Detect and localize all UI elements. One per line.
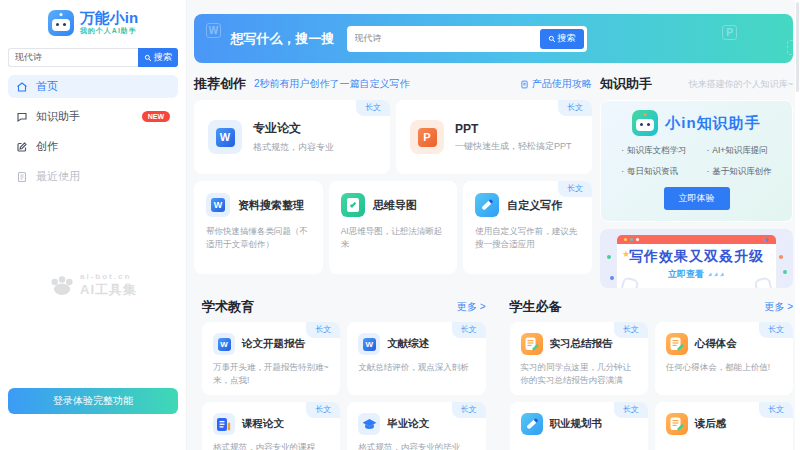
sidebar-search-input[interactable] — [8, 48, 138, 67]
app-logo-text: 万能小in 我的个人AI助手 — [80, 10, 138, 37]
upgrade-promo-banner[interactable]: 写作效果又双叒升级 立即查看 ★ ★ — [600, 229, 793, 288]
knowledge-card-header: 小in知识助手 — [632, 110, 760, 136]
app-logo: 万能小in 我的个人AI助手 — [0, 10, 186, 36]
confetti-dot — [783, 270, 787, 274]
sidebar: 万能小in 我的个人AI助手 搜索 首页 知识助手 NEW 创 — [0, 0, 187, 450]
sidebar-item-knowledge-assistant[interactable]: 知识助手 NEW — [8, 105, 178, 128]
card-title: 思维导图 — [373, 198, 417, 213]
promo-cta: 立即查看 — [617, 268, 776, 281]
sidebar-item-home[interactable]: 首页 — [8, 75, 178, 98]
knowledge-feature: 基于知识库创作 — [707, 166, 772, 178]
section-academic: 学术教育 更多 > 长文 W 论文开题报告 万事开头难，开题报告特别难~来，点我… — [202, 299, 486, 450]
sidebar-search: 搜索 — [8, 48, 178, 67]
card-title: 职业规划书 — [550, 417, 603, 431]
arrows-icon — [707, 271, 725, 278]
guide-doc-icon — [520, 80, 529, 89]
word-icon: W — [208, 120, 242, 154]
sidebar-item-create[interactable]: 创作 — [8, 135, 178, 158]
card-desc: 万事开头难，开题报告特别难~来，点我! — [213, 361, 331, 387]
hero-search-input[interactable] — [355, 34, 540, 44]
long-text-badge: 长文 — [452, 402, 486, 418]
card-title: 专业论文 — [253, 120, 334, 137]
app-card-course-paper[interactable]: 长文 课程论文 格式规范，内容专业的课程 — [202, 402, 340, 450]
long-text-badge: 长文 — [356, 100, 390, 116]
app-card-professional-paper[interactable]: 长文 W 专业论文 格式规范，内容专业 — [194, 100, 390, 174]
content-columns: 推荐创作 2秒前有用户创作了一篇自定义写作 产品使用攻略 长文 W 专业论文 — [194, 74, 793, 288]
long-text-badge: 长文 — [558, 181, 592, 197]
section-grid: 长文 实习总结报告 实习的同学点这里，几分钟让你的实习总结报告内容满满 长文 — [510, 322, 794, 450]
sidebar-item-label: 创作 — [36, 139, 58, 154]
robot-logo-icon — [48, 10, 74, 36]
scrollbar-thumb[interactable] — [796, 2, 799, 92]
section-student: 学生必备 更多 > 长文 实习总结报告 实习的同学点这里，几分钟让你的实习总结报… — [510, 299, 794, 450]
try-now-button[interactable]: 立即体验 — [664, 187, 730, 210]
app-card-career-plan[interactable]: 长文 职业规划书 — [510, 402, 648, 450]
recent-doc-icon — [16, 171, 28, 183]
report-doc-icon — [521, 333, 543, 355]
sidebar-item-recent[interactable]: 最近使用 — [8, 165, 178, 188]
card-desc: 帮你快速搞懂各类问题（不适用于文章创作） — [206, 225, 313, 251]
watermark-site: ai-bot.cn — [80, 272, 137, 281]
knowledge-hint: 快来搭建你的个人知识库~ — [689, 78, 793, 91]
long-text-badge: 长文 — [759, 322, 793, 338]
app-card-graduation-thesis[interactable]: 长文 毕业论文 格式规范，内容专业的毕业 — [347, 402, 485, 450]
app-card-custom-writing[interactable]: 长文 自定义写作 使用自定义写作前，建议先搜一搜合适应用 — [463, 181, 592, 274]
sidebar-item-label: 知识助手 — [36, 109, 80, 124]
app-tagline: 我的个人AI助手 — [80, 26, 138, 36]
sidebar-search-label: 搜索 — [154, 51, 172, 64]
hero-search: 搜索 — [347, 26, 587, 52]
watermark: ai-bot.cn AI工具集 — [0, 272, 186, 299]
long-text-badge: 长文 — [306, 402, 340, 418]
app-card-research-organize[interactable]: W 资料搜索整理 帮你快速搞懂各类问题（不适用于文章创作） — [194, 181, 323, 274]
app-card-thesis-proposal[interactable]: 长文 W 论文开题报告 万事开头难，开题报告特别难~来，点我! — [202, 322, 340, 395]
app-card-internship-report[interactable]: 长文 实习总结报告 实习的同学点这里，几分钟让你的实习总结报告内容满满 — [510, 322, 648, 395]
knowledge-title: 知识助手 — [600, 75, 652, 93]
app-card-reflection[interactable]: 长文 心得体会 任何心得体会，都能上价值! — [655, 322, 793, 395]
long-text-badge: 长文 — [614, 322, 648, 338]
app-title: 万能小in — [80, 10, 138, 27]
star-decor-icon: ★ — [622, 249, 630, 259]
sidebar-search-button[interactable]: 搜索 — [138, 48, 178, 67]
chat-icon — [16, 111, 28, 123]
section-header: 学术教育 更多 > — [202, 299, 486, 315]
card-title: 毕业论文 — [387, 417, 429, 431]
watermark-name: AI工具集 — [80, 281, 137, 299]
promo-browser-window: 写作效果又双叒升级 立即查看 — [617, 235, 776, 288]
card-title: 资料搜索整理 — [238, 198, 304, 213]
app-card-literature-review[interactable]: 长文 W 文献综述 文献总结评价，观点深入剖析 — [347, 322, 485, 395]
card-title: 论文开题报告 — [242, 337, 305, 351]
more-link[interactable]: 更多 > — [457, 300, 486, 314]
ppt-decor-icon: P — [722, 25, 737, 40]
hero-search-button[interactable]: 搜索 — [540, 29, 584, 49]
more-link[interactable]: 更多 > — [764, 300, 793, 314]
knowledge-section: 知识助手 快来搭建你的个人知识库~ 小in知识助手 知识库文档学习 AI+知识库… — [600, 74, 793, 288]
scrollbar-track[interactable] — [795, 0, 800, 450]
hero-banner: W P 想写什么，搜一搜 搜索 — [194, 14, 793, 63]
product-guide-label: 产品使用攻略 — [532, 77, 592, 91]
category-sections: 学术教育 更多 > 长文 W 论文开题报告 万事开头难，开题报告特别难~来，点我… — [194, 299, 793, 450]
window-dot — [624, 238, 627, 241]
recommend-header: 推荐创作 2秒前有用户创作了一篇自定义写作 产品使用攻略 — [194, 74, 592, 94]
word-icon: W — [358, 333, 380, 355]
pen-icon — [475, 193, 499, 217]
card-title: 读后感 — [695, 417, 727, 431]
app-card-reading-review[interactable]: 长文 读后感 — [655, 402, 793, 450]
card-desc: 实习的同学点这里，几分钟让你的实习总结报告内容满满 — [521, 361, 639, 387]
card-title: PPT — [455, 122, 572, 136]
search-icon — [548, 35, 556, 43]
product-guide-link[interactable]: 产品使用攻略 — [520, 77, 592, 91]
report-doc-icon — [666, 413, 688, 435]
app-card-ppt[interactable]: 长文 P PPT 一键快速生成，轻松搞定PPT — [396, 100, 592, 174]
knowledge-assistant-card: 小in知识助手 知识库文档学习 AI+知识库提问 每日知识资讯 基于知识库创作 … — [600, 100, 793, 222]
sidebar-item-label: 首页 — [36, 79, 58, 94]
watermark-text: ai-bot.cn AI工具集 — [80, 272, 137, 299]
app-card-mindmap[interactable]: 思维导图 AI思维导图，让想法清晰起来 — [329, 181, 458, 274]
paw-logo-icon — [49, 275, 75, 297]
login-button[interactable]: 登录体验完整功能 — [8, 388, 178, 414]
confetti-dot — [610, 276, 614, 280]
search-icon — [144, 54, 152, 62]
pen-icon — [521, 413, 543, 435]
word-icon: W — [213, 333, 235, 355]
section-grid: 长文 W 论文开题报告 万事开头难，开题报告特别难~来，点我! 长文 W — [202, 322, 486, 450]
window-dot — [636, 238, 639, 241]
